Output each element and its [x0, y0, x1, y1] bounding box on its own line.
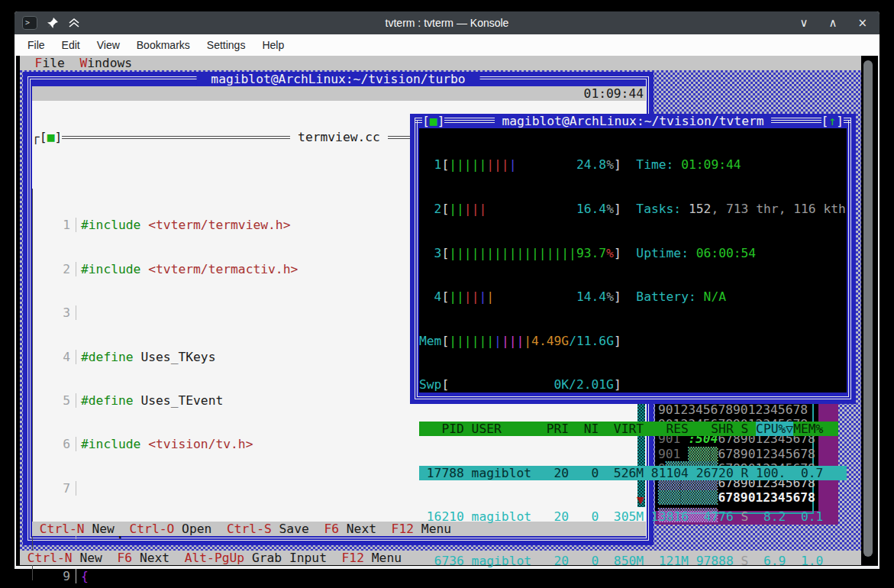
memory-meter: Mem[|||||||||||4.49G/11.6G] — [419, 334, 847, 348]
htop-maximize-button[interactable]: ↑ — [828, 114, 836, 128]
menu-view[interactable]: View — [97, 39, 120, 51]
frame-line — [415, 120, 422, 123]
clock: 01:09:44 — [584, 86, 644, 101]
window-title: tvterm : tvterm — Konsole — [15, 17, 879, 29]
maximize-button[interactable]: ∧ — [828, 16, 837, 30]
htop-window-title: magiblot@ArchLinux:~/tvision/tvterm — [495, 114, 772, 128]
frame-corner: ┌ — [32, 130, 40, 144]
process-row-selected[interactable]: 17788 magiblot 20 0 526M 81104 26720 R 1… — [419, 466, 847, 480]
turbo-window-title[interactable]: magiblot@ArchLinux:~/tvision/turbo — [197, 72, 480, 86]
htop-content[interactable]: 1[||||||||| 24.8%] Time: 01:09:44 2[||||… — [419, 128, 847, 393]
frame-line — [62, 136, 290, 139]
menu-settings[interactable]: Settings — [207, 39, 246, 51]
window-titlebar[interactable]: > tvterm : tvterm — Konsole ∨ ∧ × — [15, 11, 879, 34]
terminal-area[interactable]: 90123456789012345678 9012345678901234567… — [16, 56, 878, 566]
cpu-meter-1: 1[||||||||| 24.8%] Time: 01:09:44 — [419, 157, 847, 172]
cpu-meter-3: 3[|||||||||||||||||93.7%] Uptime: 06:00:… — [419, 246, 847, 260]
konsole-window: > tvterm : tvterm — Konsole ∨ ∧ × File E… — [15, 11, 879, 569]
process-row[interactable]: 6736 magiblot 20 0 850M 121M 97888 S 6.9… — [419, 554, 847, 568]
editor-title: termview.cc — [290, 130, 387, 144]
keep-above-icon[interactable] — [68, 18, 80, 28]
menu-file[interactable]: File — [27, 39, 45, 51]
editor-close-button[interactable]: ■ — [47, 130, 55, 144]
terminal-scrollbar[interactable] — [861, 56, 876, 566]
close-button[interactable]: × — [857, 16, 867, 30]
menu-bookmarks[interactable]: Bookmarks — [137, 39, 190, 51]
pin-icon[interactable] — [47, 17, 59, 29]
menu-help[interactable]: Help — [262, 39, 284, 51]
konsole-menu-bar: File Edit View Bookmarks Settings Help — [15, 34, 879, 56]
swap-meter: Swp[ 0K/2.01G] — [419, 377, 847, 392]
terminal-scrollbar-thumb[interactable] — [863, 60, 873, 557]
htop-window[interactable]: [■] magiblot@ArchLinux:~/tvision/tvterm … — [410, 114, 856, 404]
cpu-meter-4: 4[|||||| 14.4%] Battery: N/A — [419, 289, 847, 304]
frame-line — [444, 120, 494, 123]
process-table-header[interactable]: PID USER PRI NI VIRT RES SHR S CPU%▽MEM% — [419, 422, 847, 436]
menu-edit[interactable]: Edit — [62, 39, 80, 51]
htop-close-button[interactable]: ■ — [430, 114, 437, 128]
tvterm-menu-bar[interactable]: File Windows — [20, 56, 861, 70]
frame-line — [771, 120, 821, 123]
konsole-app-icon: > — [22, 16, 37, 30]
cpu-meter-2: 2[||||| 16.4%] Tasks: 152, 713 thr, 116 … — [419, 202, 847, 216]
screen-background: { "window": { "title": "tvterm : tvterm … — [0, 0, 894, 588]
frame-line — [844, 120, 851, 123]
turbo-menu-bar[interactable]: File Edit Windows Settings 01:09:44 — [32, 86, 646, 101]
htop-title-bar[interactable]: [■] magiblot@ArchLinux:~/tvision/tvterm … — [415, 114, 851, 128]
minimize-button[interactable]: ∨ — [799, 16, 808, 30]
process-row[interactable]: 16210 magiblot 20 0 305M 13816 4776 S 8.… — [419, 509, 847, 524]
